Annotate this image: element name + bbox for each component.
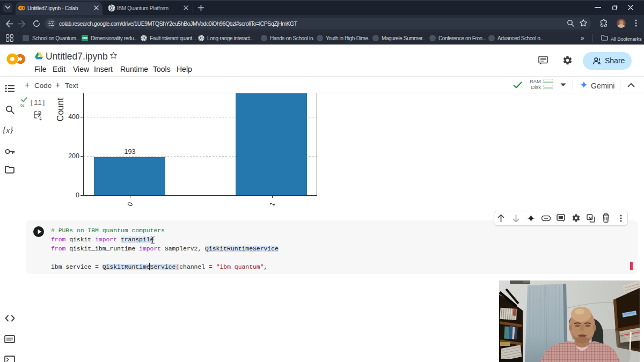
svg-text:Count: Count [55,98,65,121]
